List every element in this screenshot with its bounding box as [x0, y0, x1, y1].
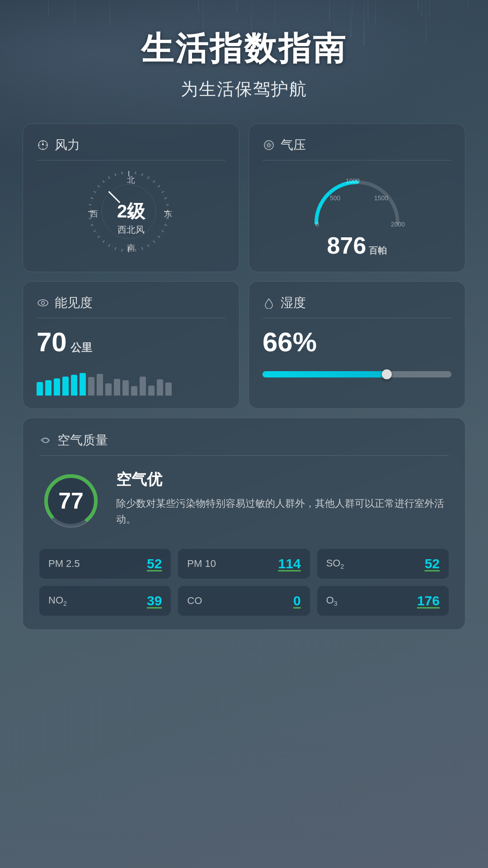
- visibility-card: 能见度 70 公里: [23, 281, 239, 409]
- aqi-number: 77: [58, 488, 84, 514]
- compass-tick-1: [135, 171, 136, 174]
- humidity-value-display: 66%: [263, 326, 451, 358]
- compass-tick-7: [164, 197, 167, 199]
- pressure-value-display: 876 百帕: [327, 232, 387, 259]
- pollutant-name-3: NO2: [48, 594, 67, 607]
- pollutant-item-0: PM 2.5 52: [39, 549, 171, 579]
- bar-1: [45, 380, 52, 396]
- svg-point-10: [266, 142, 272, 148]
- air-quality-card: 空气质量 77 空气优 除少数对某些污染物特别容易过敏的人群外，其他人群可以正常…: [23, 418, 465, 630]
- main-title: 生活指数指南: [23, 27, 465, 71]
- pollutant-item-5: O3 176: [317, 586, 449, 616]
- pressure-unit: 百帕: [369, 245, 387, 257]
- pollutant-value-5: 176: [417, 593, 440, 609]
- svg-point-16: [38, 300, 48, 306]
- humidity-slider: [263, 371, 451, 377]
- wind-card-header: 风力: [37, 137, 225, 160]
- compass-tick-31: [97, 185, 100, 187]
- svg-text:1500: 1500: [374, 194, 388, 202]
- bar-9: [114, 379, 120, 396]
- bar-14: [157, 379, 163, 396]
- bar-15: [165, 382, 172, 396]
- svg-text:0: 0: [315, 221, 319, 227]
- visibility-icon: [37, 297, 49, 309]
- aqi-section: 77 空气优 除少数对某些污染物特别容易过敏的人群外，其他人群可以正常进行室外活…: [39, 469, 449, 533]
- compass-tick-32: [102, 180, 104, 183]
- bar-10: [122, 380, 129, 396]
- compass-tick-15: [147, 244, 150, 247]
- compass-tick-34: [114, 173, 116, 176]
- pressure-card: 气压 0 1000 500 1500 2000 876: [249, 123, 465, 272]
- bar-3: [62, 377, 69, 396]
- aqi-status: 空气优: [116, 469, 449, 490]
- compass-tick-13: [158, 236, 160, 238]
- pressure-icon: [263, 139, 275, 151]
- compass-tick-25: [90, 224, 93, 226]
- compass-tick-23: [97, 236, 100, 238]
- pressure-gauge-svg: 0 1000 500 1500 2000: [307, 173, 407, 227]
- pollutant-name-2: SO2: [326, 557, 344, 570]
- pressure-number: 876: [327, 232, 366, 259]
- dir-east: 东: [164, 208, 172, 219]
- svg-point-9: [267, 144, 270, 146]
- visibility-number: 70: [37, 326, 67, 358]
- svg-text:500: 500: [330, 194, 341, 202]
- svg-point-17: [42, 302, 45, 305]
- visibility-value-display: 70 公里: [37, 326, 225, 358]
- compass-tick-2: [141, 173, 143, 176]
- bar-13: [148, 386, 155, 396]
- humidity-fill: [263, 371, 387, 377]
- visibility-unit: 公里: [70, 340, 92, 355]
- dir-south: 南: [127, 242, 135, 253]
- air-quality-icon: [39, 434, 52, 447]
- pressure-card-header: 气压: [263, 137, 451, 160]
- pollutant-name-4: CO: [187, 595, 202, 607]
- compass-tick-24: [94, 230, 96, 232]
- dir-west: 西: [90, 208, 98, 219]
- wind-info: 2级 西北风: [117, 199, 145, 236]
- bar-11: [131, 386, 137, 396]
- pollutant-value-1: 114: [278, 556, 301, 571]
- svg-point-8: [264, 141, 273, 150]
- compass-tick-22: [102, 241, 104, 243]
- compass-tick-16: [141, 247, 143, 250]
- sub-title: 为生活保驾护航: [23, 78, 465, 101]
- bar-2: [54, 378, 60, 396]
- compass-tick-29: [90, 197, 93, 199]
- aqi-circle-wrapper: 77: [39, 469, 103, 533]
- air-quality-card-title: 空气质量: [57, 432, 108, 449]
- wind-direction: 西北风: [117, 224, 145, 236]
- dir-north: 北: [127, 175, 135, 185]
- aqi-text-section: 空气优 除少数对某些污染物特别容易过敏的人群外，其他人群可以正常进行室外活动。: [116, 469, 449, 527]
- wind-icon: [37, 139, 49, 151]
- pollutant-value-0: 52: [147, 556, 162, 571]
- row-1-grid: 风力 /* ticks rendered below */: [23, 123, 465, 272]
- pollutant-name-1: PM 10: [187, 558, 216, 570]
- pollutant-item-4: CO 0: [178, 586, 310, 616]
- compass-tick-30: [94, 191, 96, 193]
- compass-tick-20: [114, 247, 116, 250]
- compass-tick-8: [166, 204, 169, 205]
- pollutant-item-2: SO2 52: [317, 549, 449, 579]
- pollutant-item-1: PM 10 114: [178, 549, 310, 579]
- compass-tick-3: [147, 176, 150, 179]
- bar-8: [105, 383, 112, 396]
- bar-4: [71, 375, 77, 396]
- pollutants-grid: PM 2.5 52 PM 10 114 SO2 52 NO2 39 CO 0 O…: [39, 549, 449, 616]
- pressure-container: 0 1000 500 1500 2000 876 百帕: [263, 169, 451, 259]
- bar-12: [140, 377, 146, 396]
- compass-container: /* ticks rendered below */ 北 南 东 西: [37, 169, 225, 259]
- humidity-card-header: 湿度: [263, 294, 451, 318]
- pollutant-item-3: NO2 39: [39, 586, 171, 616]
- compass-tick-4: [153, 180, 155, 183]
- pollutant-value-4: 0: [293, 593, 301, 609]
- pollutant-name-0: PM 2.5: [48, 558, 80, 570]
- compass-tick-6: [161, 191, 164, 193]
- svg-text:1000: 1000: [346, 177, 360, 184]
- compass-tick-21: [108, 244, 110, 247]
- compass-tick-5: [158, 185, 160, 187]
- svg-marker-5: [42, 142, 44, 145]
- pollutant-name-5: O3: [326, 594, 338, 607]
- wind-card-title: 风力: [55, 137, 80, 154]
- visibility-card-header: 能见度: [37, 294, 225, 318]
